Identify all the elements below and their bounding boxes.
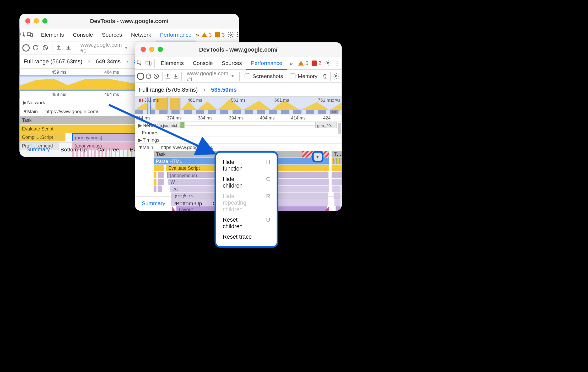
download-button[interactable] bbox=[172, 70, 180, 82]
inspect-element-icon[interactable] bbox=[135, 57, 144, 69]
minimize-dot-icon[interactable] bbox=[34, 18, 39, 24]
time-breadcrumbs: Full range (5705.85ms) › 535.50ms bbox=[135, 83, 342, 97]
record-button[interactable] bbox=[21, 42, 31, 54]
tab-elements[interactable]: Elements bbox=[37, 29, 68, 41]
device-toggle-icon[interactable] bbox=[144, 57, 153, 69]
upload-button[interactable] bbox=[164, 70, 172, 82]
tab-console[interactable]: Console bbox=[68, 29, 98, 41]
title-bar: DevTools - www.google.com/ bbox=[19, 14, 239, 29]
trace-selector[interactable]: www.google.com #1▾ bbox=[183, 71, 238, 81]
tab-performance[interactable]: Performance bbox=[246, 57, 287, 70]
more-tabs-icon[interactable]: » bbox=[287, 57, 296, 69]
reload-button[interactable] bbox=[31, 42, 41, 54]
flame-compile-script[interactable]: Compil…Script bbox=[19, 133, 66, 141]
svg-point-12 bbox=[327, 62, 329, 64]
trace-selector[interactable]: www.google.com #1▾ bbox=[77, 42, 131, 53]
maximize-dot-icon[interactable] bbox=[158, 47, 163, 52]
entry-options-button[interactable]: ▾ bbox=[312, 151, 323, 162]
menu-shortcut: H bbox=[266, 159, 270, 172]
flame-task-short[interactable]: T… bbox=[331, 151, 342, 158]
breadcrumb-full[interactable]: Full range (5667.63ms) bbox=[24, 58, 82, 64]
menu-item-reset-children[interactable]: Reset childrenU bbox=[216, 214, 277, 231]
kebab-menu-icon[interactable] bbox=[234, 29, 239, 41]
flame-misc[interactable] bbox=[158, 179, 164, 185]
window-title: DevTools - www.google.com/ bbox=[199, 46, 278, 53]
status-counters[interactable]: 5 2 bbox=[298, 60, 321, 66]
more-tabs-icon[interactable]: » bbox=[196, 29, 199, 41]
memory-checkbox[interactable]: Memory bbox=[286, 73, 321, 79]
tick-label: 459 ms bbox=[52, 69, 66, 74]
flame-misc[interactable] bbox=[331, 172, 342, 178]
tab-performance[interactable]: Performance bbox=[155, 28, 196, 41]
issue-chip[interactable]: 3 bbox=[215, 32, 225, 38]
breadcrumb-active[interactable]: 535.50ms bbox=[211, 86, 237, 93]
memory-label: Memory bbox=[298, 73, 317, 79]
error-icon bbox=[311, 61, 317, 66]
tab-elements[interactable]: Elements bbox=[157, 57, 188, 69]
traffic-lights[interactable] bbox=[141, 47, 163, 52]
reload-button[interactable] bbox=[144, 70, 152, 82]
upload-button[interactable] bbox=[54, 42, 63, 54]
warning-chip[interactable]: 3 bbox=[202, 32, 212, 38]
flame-misc[interactable] bbox=[158, 185, 162, 192]
warning-count: 3 bbox=[209, 32, 212, 38]
flame-misc[interactable] bbox=[332, 185, 341, 192]
breadcrumb-full[interactable]: Full range (5705.85ms) bbox=[139, 86, 198, 93]
settings-gear-icon[interactable] bbox=[332, 70, 340, 82]
clear-button[interactable] bbox=[41, 42, 50, 54]
scrollbar[interactable] bbox=[338, 123, 341, 134]
tab-sources[interactable]: Sources bbox=[217, 57, 246, 69]
menu-item-label: Reset trace bbox=[223, 233, 252, 240]
svg-point-17 bbox=[335, 75, 337, 77]
checkbox-icon bbox=[244, 73, 250, 79]
menu-item-reset-trace[interactable]: Reset trace bbox=[216, 232, 277, 242]
traffic-lights[interactable] bbox=[25, 18, 47, 24]
tab-bottom-up[interactable]: Bottom-Up bbox=[171, 196, 207, 211]
tab-network[interactable]: Network bbox=[127, 29, 156, 41]
settings-gear-icon[interactable] bbox=[324, 57, 333, 69]
trace-selector-label: www.google.com #1 bbox=[80, 42, 122, 54]
tab-summary[interactable]: Summary bbox=[21, 142, 55, 157]
tab-console[interactable]: Console bbox=[188, 57, 217, 69]
warning-icon bbox=[298, 61, 304, 66]
flame-misc[interactable] bbox=[331, 158, 342, 165]
tick-label: 394 ms bbox=[229, 115, 244, 120]
close-dot-icon[interactable] bbox=[141, 47, 146, 52]
collect-garbage-icon[interactable] bbox=[321, 70, 328, 82]
inspect-element-icon[interactable] bbox=[19, 29, 26, 41]
tab-sources[interactable]: Sources bbox=[98, 29, 127, 41]
flame-misc[interactable] bbox=[331, 179, 342, 185]
warning-chip[interactable]: 5 bbox=[298, 60, 308, 66]
tab-summary[interactable]: Summary bbox=[137, 196, 171, 211]
chevron-down-icon: ▾ bbox=[228, 74, 234, 79]
svg-point-14 bbox=[337, 63, 338, 64]
tab-bottom-up[interactable]: Bottom-Up bbox=[55, 142, 92, 157]
minimize-dot-icon[interactable] bbox=[149, 47, 154, 52]
flame-misc[interactable] bbox=[331, 165, 342, 171]
chevron-right-icon: › bbox=[88, 58, 90, 64]
download-button[interactable] bbox=[63, 42, 73, 54]
flame-misc[interactable] bbox=[154, 165, 164, 171]
flame-misc[interactable] bbox=[158, 172, 164, 178]
status-counters[interactable]: 3 3 bbox=[202, 32, 225, 38]
error-chip[interactable]: 2 bbox=[311, 60, 321, 66]
screenshots-checkbox[interactable]: Screenshots bbox=[241, 73, 286, 79]
tick-label: 661 ms bbox=[274, 97, 289, 102]
menu-item-label: Reset children bbox=[223, 216, 254, 229]
flame-misc[interactable] bbox=[154, 179, 157, 185]
flame-misc[interactable] bbox=[154, 172, 157, 178]
device-toggle-icon[interactable] bbox=[26, 29, 33, 41]
network-request-chip[interactable]: gen_20… bbox=[315, 122, 337, 128]
maximize-dot-icon[interactable] bbox=[42, 18, 47, 24]
menu-item-hide-children[interactable]: Hide childrenC bbox=[216, 174, 277, 191]
settings-gear-icon[interactable] bbox=[227, 29, 234, 41]
breadcrumb-mid[interactable]: 649.34ms bbox=[96, 58, 121, 64]
separator bbox=[330, 72, 331, 81]
record-button[interactable] bbox=[137, 70, 144, 82]
flame-misc[interactable] bbox=[154, 185, 157, 192]
close-dot-icon[interactable] bbox=[25, 18, 30, 24]
clear-button[interactable] bbox=[152, 70, 160, 82]
svg-point-13 bbox=[337, 61, 338, 62]
kebab-menu-icon[interactable] bbox=[333, 57, 342, 69]
menu-item-hide-function[interactable]: Hide functionH bbox=[216, 157, 277, 174]
